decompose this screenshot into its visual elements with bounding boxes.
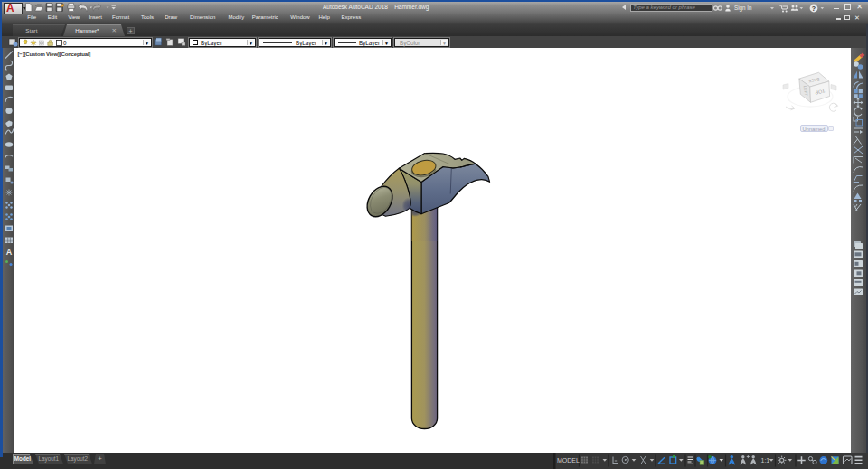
svg-text:MODEL: MODEL — [557, 457, 580, 464]
svg-text:?: ? — [812, 5, 816, 12]
svg-text:A: A — [5, 248, 12, 257]
svg-text:1:1: 1:1 — [761, 457, 770, 464]
